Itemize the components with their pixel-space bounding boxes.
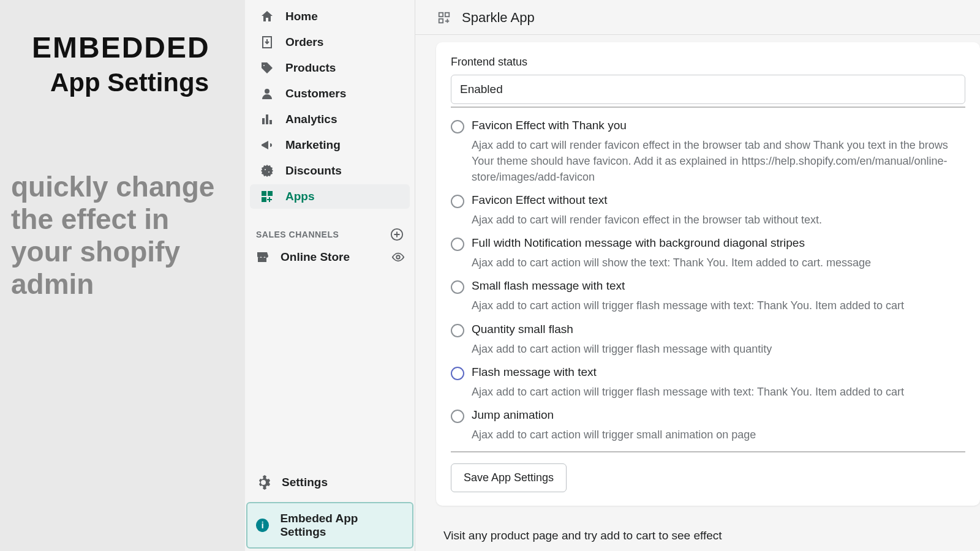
radio-icon[interactable] [451, 280, 464, 294]
option-quantity-flash[interactable]: Quantity small flash [451, 323, 965, 337]
products-icon [260, 61, 274, 75]
callout-text: Embeded App Settings [280, 512, 404, 539]
content-area: Frontend status Enabled Favicon Effect w… [415, 35, 980, 551]
orders-icon [260, 35, 274, 50]
promo-title-2: App Settings [50, 68, 234, 97]
nav-home[interactable]: Home [250, 4, 410, 29]
option-desc: Ajax add to cart action will trigger fla… [472, 298, 965, 313]
svg-rect-0 [262, 191, 266, 196]
nav-label: Products [285, 61, 336, 75]
frontend-status-label: Frontend status [451, 56, 965, 69]
channel-online-store[interactable]: Online Store [245, 245, 415, 269]
home-icon [260, 9, 274, 24]
analytics-icon [260, 112, 274, 127]
sales-channels-label: SALES CHANNELS [256, 230, 339, 239]
settings-card: Frontend status Enabled Favicon Effect w… [436, 42, 980, 506]
marketing-icon [260, 138, 274, 152]
nav-marketing[interactable]: Marketing [250, 133, 410, 157]
embedded-app-settings-callout[interactable]: i Embeded App Settings [246, 502, 413, 549]
svg-rect-1 [268, 191, 273, 196]
svg-point-4 [396, 255, 400, 259]
frontend-status-select-wrap: Enabled [451, 75, 965, 104]
nav-orders[interactable]: Orders [250, 30, 410, 54]
option-jump-animation[interactable]: Jump animation [451, 408, 965, 423]
nav-settings[interactable]: Settings [245, 469, 415, 496]
option-desc: Ajax add to cart will render favicon eff… [472, 212, 965, 228]
app-header: Sparkle App [415, 0, 980, 35]
nav-label: Orders [285, 36, 323, 49]
nav-apps[interactable]: Apps [250, 184, 410, 209]
svg-rect-5 [439, 13, 443, 17]
effect-options: Favicon Effect with Thank you Ajax add t… [451, 107, 965, 443]
option-favicon-thankyou[interactable]: Favicon Effect with Thank you [451, 119, 965, 133]
view-store-icon[interactable] [391, 250, 405, 264]
option-label: Favicon Effect with Thank you [472, 119, 627, 132]
sidebar: Home Orders Products Customers Analytics… [245, 0, 415, 551]
radio-icon[interactable] [451, 195, 464, 208]
radio-icon[interactable] [451, 324, 464, 337]
discounts-icon [260, 163, 274, 178]
add-channel-icon[interactable] [390, 228, 404, 241]
sidebar-bottom: Settings i Embeded App Settings [245, 469, 415, 551]
nav-label: Home [285, 10, 318, 23]
save-section: Save App Settings [451, 451, 965, 492]
option-desc: Ajax add to cart will render favicon eff… [472, 137, 965, 185]
option-label: Jump animation [472, 408, 554, 422]
nav-label: Apps [285, 190, 315, 203]
gear-icon [256, 475, 271, 490]
frontend-status-select[interactable]: Enabled [451, 75, 965, 104]
svg-rect-7 [439, 19, 443, 23]
svg-rect-2 [262, 197, 266, 202]
settings-label: Settings [282, 476, 328, 489]
option-label: Full width Notification message with bac… [472, 236, 805, 250]
store-icon [255, 250, 270, 264]
app-grid-icon [437, 11, 451, 24]
option-label: Small flash message with text [472, 279, 625, 293]
sales-channels-header: SALES CHANNELS [245, 222, 415, 245]
customers-icon [260, 86, 274, 101]
nav-label: Customers [285, 87, 346, 100]
nav-label: Analytics [285, 113, 337, 126]
save-app-settings-button[interactable]: Save App Settings [451, 463, 567, 492]
nav-analytics[interactable]: Analytics [250, 107, 410, 132]
nav-products[interactable]: Products [250, 56, 410, 80]
promo-panel: EMBEDDED App Settings quickly change the… [0, 0, 245, 551]
svg-rect-6 [445, 13, 449, 17]
channel-label: Online Store [281, 250, 350, 264]
option-desc: Ajax add to cart action will trigger sma… [472, 427, 965, 443]
option-desc: Ajax add to cart action will show the te… [472, 255, 965, 271]
option-label: Flash message with text [472, 365, 597, 379]
option-fullwidth-notification[interactable]: Full width Notification message with bac… [451, 236, 965, 251]
main-content: Sparkle App Frontend status Enabled Favi… [415, 0, 980, 551]
option-favicon-notext[interactable]: Favicon Effect without text [451, 193, 965, 208]
promo-title-1: EMBEDDED [32, 31, 234, 64]
option-desc: Ajax add to cart action will trigger fla… [472, 341, 965, 357]
option-desc: Ajax add to cart action will trigger fla… [472, 384, 965, 400]
apps-icon [260, 189, 274, 204]
nav-label: Discounts [285, 164, 342, 178]
nav-discounts[interactable]: Discounts [250, 159, 410, 183]
nav-customers[interactable]: Customers [250, 81, 410, 106]
info-icon: i [256, 519, 269, 532]
radio-icon[interactable] [451, 120, 464, 133]
option-label: Favicon Effect without text [472, 193, 607, 207]
option-label: Quantity small flash [472, 323, 573, 336]
radio-icon[interactable] [451, 238, 464, 251]
footer-note: Visit any product page and try add to ca… [443, 529, 980, 542]
nav-label: Marketing [285, 138, 341, 152]
app-title: Sparkle App [462, 10, 535, 26]
option-flash-text[interactable]: Flash message with text [451, 365, 965, 380]
radio-icon[interactable] [451, 410, 464, 423]
promo-subtitle: quickly change the effect in your shopif… [11, 171, 234, 301]
option-small-flash-text[interactable]: Small flash message with text [451, 279, 965, 294]
radio-icon[interactable] [451, 367, 464, 380]
